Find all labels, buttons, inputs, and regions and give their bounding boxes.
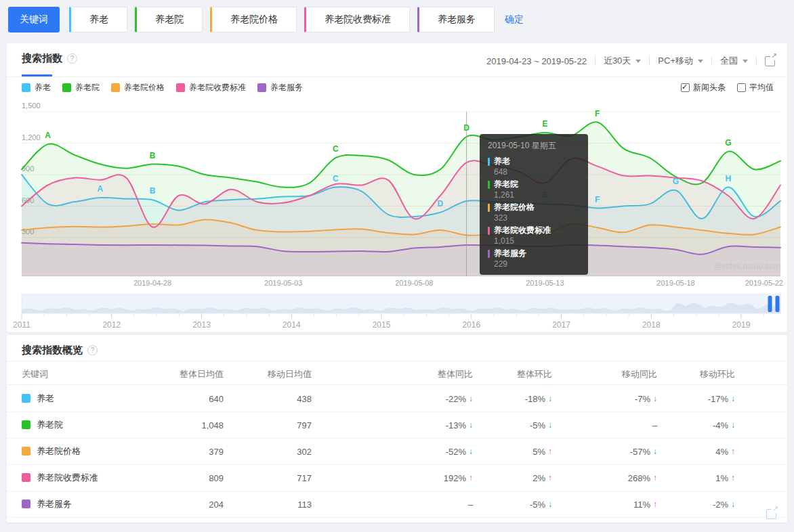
- external-link-icon[interactable]: [765, 56, 775, 66]
- legend-item[interactable]: 养老院收费标准: [176, 82, 246, 93]
- change-value: -2%↓: [713, 499, 735, 509]
- checkbox-icon[interactable]: [681, 83, 690, 92]
- divider: [711, 56, 712, 66]
- region-dropdown[interactable]: 全国: [720, 55, 748, 67]
- help-icon[interactable]: [67, 53, 77, 64]
- x-tick-label: 2019-05-03: [264, 279, 302, 287]
- slider-handle-left[interactable]: [768, 296, 772, 312]
- help-icon[interactable]: [87, 345, 98, 355]
- timeline-year-label: 2014: [283, 320, 301, 330]
- timeline-year-label: 2012: [102, 320, 121, 330]
- legend-label: 养老院: [75, 82, 100, 93]
- tooltip-item: 养老院价格323: [488, 202, 580, 223]
- slider-handle-right[interactable]: [776, 296, 780, 312]
- change-value: -7%↓: [635, 393, 657, 403]
- time-range-dropdown[interactable]: 近30天: [604, 55, 641, 67]
- legend-item[interactable]: 养老服务: [257, 82, 303, 93]
- timeline-year-label: 2019: [732, 320, 751, 330]
- tooltip-color-bar: [488, 158, 490, 166]
- chart-option-checkbox[interactable]: 新闻头条: [681, 82, 726, 93]
- mobile-avg-value: 717: [297, 472, 312, 483]
- change-value: 1%↑: [715, 472, 735, 483]
- news-marker[interactable]: F: [595, 109, 600, 118]
- change-value: -13%↓: [446, 420, 473, 430]
- legend-swatch-icon: [257, 83, 266, 92]
- news-marker[interactable]: D: [463, 123, 469, 133]
- change-text: 1%: [715, 472, 728, 483]
- checkbox-icon[interactable]: [737, 83, 746, 92]
- news-marker[interactable]: A: [98, 184, 104, 194]
- up-arrow-icon: ↑: [653, 500, 657, 509]
- chart-option-checkbox[interactable]: 平均值: [737, 82, 774, 93]
- y-tick-label: 1,200: [22, 133, 41, 141]
- tooltip-series-label: 养老院价格: [494, 202, 535, 213]
- tooltip-item: 养老院收费标准1,015: [488, 225, 580, 246]
- timeline-year-label: 2011: [13, 320, 30, 330]
- legend-item[interactable]: 养老院价格: [111, 82, 165, 93]
- watermark: @index.baidu.com: [713, 261, 780, 271]
- table-row: 养老院收费标准809717192%↑2%↑268%↑1%↑: [7, 464, 787, 491]
- table-header-cell: 移动环比: [700, 368, 735, 380]
- timeline-year-label: 2018: [642, 320, 661, 330]
- timeline-year-label: 2013: [192, 320, 211, 330]
- confirm-link[interactable]: 确定: [505, 7, 524, 32]
- tooltip-series-value: 323: [494, 213, 580, 223]
- keyword-color-swatch: [22, 420, 30, 429]
- news-marker[interactable]: F: [595, 195, 600, 204]
- news-marker[interactable]: G: [725, 138, 731, 148]
- table-row: 养老服务204113–-5%↓11%↑-2%↓: [7, 491, 787, 518]
- news-marker[interactable]: B: [150, 151, 156, 160]
- legend-label: 养老: [35, 82, 51, 93]
- keyword-chip[interactable]: 养老院收费标准: [304, 7, 410, 32]
- keyword-label: 养老: [37, 393, 54, 405]
- change-value: –: [652, 420, 657, 430]
- divider: [595, 56, 596, 66]
- search-index-card: 搜索指数 2019-04-23 ~ 2019-05-22 近30天 PC+移动 …: [7, 43, 787, 332]
- keyword-chip[interactable]: 养老: [69, 7, 127, 32]
- change-value: -18%↓: [525, 393, 552, 403]
- change-text: 4%: [715, 446, 728, 456]
- news-marker[interactable]: H: [725, 174, 731, 183]
- tooltip-series-value: 229: [494, 259, 580, 269]
- tooltip-series-name: 养老: [488, 156, 580, 167]
- device-dropdown[interactable]: PC+移动: [658, 55, 703, 67]
- keyword-chip[interactable]: 养老服务: [417, 7, 495, 32]
- mobile-avg-value: 113: [297, 499, 312, 509]
- news-marker[interactable]: G: [673, 177, 679, 186]
- change-text: -4%: [713, 420, 728, 430]
- down-arrow-icon: ↓: [469, 447, 473, 456]
- keyword-chip[interactable]: 养老院价格: [210, 7, 297, 32]
- change-value: 192%↑: [444, 472, 473, 483]
- keyword-chips: 养老养老院养老院价格养老院收费标准养老服务: [69, 7, 495, 32]
- tooltip-items: 养老648养老院1,261养老院价格323养老院收费标准1,015养老服务229: [488, 156, 580, 269]
- mobile-avg-value: 438: [297, 393, 312, 403]
- chart-legend: 养老养老院养老院价格养老院收费标准养老服务: [22, 82, 314, 93]
- keyword-chip[interactable]: 养老院: [135, 7, 203, 32]
- time-range-value: 近30天: [604, 55, 631, 67]
- news-marker[interactable]: D: [438, 199, 444, 208]
- keyword-button[interactable]: 关键词: [8, 7, 60, 32]
- change-value: 11%↑: [633, 499, 657, 509]
- news-marker[interactable]: E: [542, 119, 547, 129]
- table-header-cell: 关键词: [22, 368, 48, 380]
- region-value: 全国: [720, 55, 738, 67]
- external-link-icon[interactable]: [766, 509, 776, 519]
- news-marker[interactable]: B: [150, 186, 156, 196]
- timeline-year-label: 2015: [373, 320, 391, 330]
- table-header-cell: 移动日均值: [268, 368, 312, 380]
- overall-avg-value: 379: [209, 446, 224, 456]
- down-arrow-icon: ↓: [548, 420, 552, 430]
- down-arrow-icon: ↓: [653, 447, 657, 456]
- x-tick-label: 2019-04-28: [133, 279, 171, 287]
- news-marker[interactable]: A: [45, 131, 51, 140]
- news-marker[interactable]: C: [333, 174, 339, 183]
- change-value: 268%↑: [628, 472, 657, 483]
- table-header-cell: 整体环比: [517, 368, 552, 380]
- keyword-color-swatch: [22, 447, 30, 456]
- legend-label: 养老院收费标准: [189, 82, 246, 93]
- legend-item[interactable]: 养老院: [62, 82, 100, 93]
- checkbox-label: 新闻头条: [693, 82, 726, 93]
- legend-item[interactable]: 养老: [22, 82, 51, 93]
- news-marker[interactable]: C: [333, 144, 339, 154]
- tab-search-index[interactable]: 搜索指数: [22, 52, 62, 65]
